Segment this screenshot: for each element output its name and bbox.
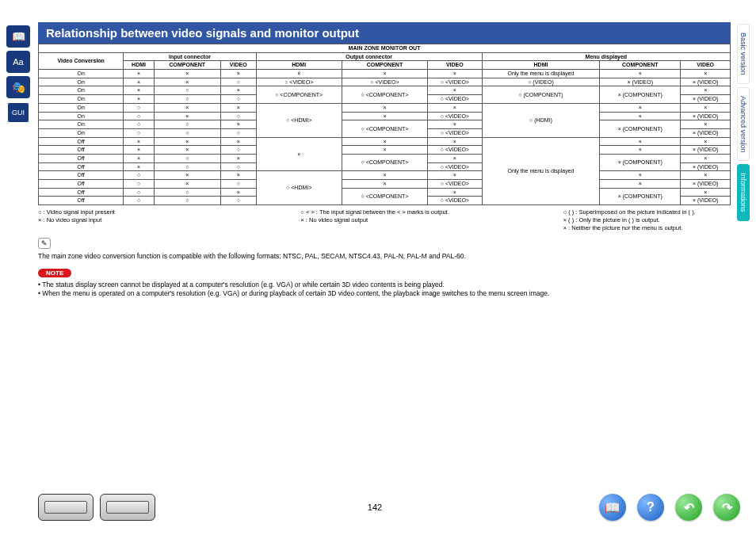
table-row: On○○×○ <COMPONENT>×× (COMPONENT)× bbox=[39, 120, 731, 129]
col-input: Input connector bbox=[124, 52, 256, 61]
notes-block: • The status display screen cannot be di… bbox=[38, 281, 731, 298]
footer-bar: 142 📖 ? ↶ ↷ bbox=[38, 494, 740, 521]
left-nav-rail: 📖 Aa 🎭 GUI bbox=[6, 25, 30, 127]
tab-informations[interactable]: Informations bbox=[737, 164, 750, 221]
remote-button-2[interactable] bbox=[100, 494, 155, 521]
tab-advanced[interactable]: Advanced version bbox=[737, 87, 750, 162]
table-row: On○××○ <HDMI>××○ (HDMI)×× bbox=[39, 103, 731, 112]
remote-button-1[interactable] bbox=[38, 494, 94, 521]
gui-icon[interactable]: GUI bbox=[6, 101, 30, 124]
page-title: Relationship between video signals and m… bbox=[38, 22, 731, 44]
table-row: On××○○ <VIDEO>○ <VIDEO>○ <VIDEO>○ (VIDEO… bbox=[39, 78, 731, 86]
table-row: Off○○×○ <COMPONENT>×× (COMPONENT)× bbox=[39, 188, 731, 197]
table-row: On×○×○ <COMPONENT>○ <COMPONENT>×○ (COMPO… bbox=[39, 86, 731, 95]
legend-text: ○ ( ) : Superimposed on the picture indi… bbox=[563, 208, 731, 216]
table-row: Off××××××Only the menu is displayed×× bbox=[39, 137, 731, 146]
next-page-icon[interactable]: ↷ bbox=[713, 494, 740, 521]
note-line: • The status display screen cannot be di… bbox=[38, 281, 731, 289]
legend-text: × ( ) : Only the picture in ( ) is outpu… bbox=[563, 216, 731, 224]
legend-text: × : Neither the picture nor the menu is … bbox=[563, 224, 731, 232]
signal-table: MAIN ZONE MONITOR OUT Video Conversion I… bbox=[38, 44, 731, 205]
table-row: Off○××○ <HDMI>×××× bbox=[39, 171, 731, 180]
book-nav-icon[interactable]: 📖 bbox=[599, 494, 626, 521]
legend-text: ○ < > : The input signal between the < >… bbox=[300, 208, 468, 216]
compat-text: The main zone video conversion function … bbox=[38, 252, 731, 261]
legend-text: × : No video signal output bbox=[300, 216, 468, 224]
table-row: On××××××Only the menu is displayed×× bbox=[39, 70, 731, 78]
table-top-header: MAIN ZONE MONITOR OUT bbox=[39, 44, 731, 53]
legend-text: ○ : Video signal input present bbox=[38, 208, 205, 216]
col-output: Output connector bbox=[256, 52, 482, 61]
book-icon[interactable]: 📖 bbox=[6, 25, 30, 48]
pencil-icon: ✎ bbox=[38, 238, 51, 249]
table-row: Off×○×○ <COMPONENT>×× (COMPONENT)× bbox=[39, 154, 731, 162]
prev-page-icon[interactable]: ↶ bbox=[675, 494, 702, 521]
table-row: Off××○×○ <VIDEO>×× (VIDEO) bbox=[39, 146, 731, 155]
col-menu: Menu displayed bbox=[482, 52, 730, 61]
help-icon[interactable]: ? bbox=[637, 494, 664, 521]
table-row: Off○×○×○ <VIDEO>×× (VIDEO) bbox=[39, 180, 731, 189]
note-label: NOTE bbox=[38, 269, 71, 277]
page-number: 142 bbox=[162, 503, 588, 512]
legend-text: × : No video signal input bbox=[38, 216, 205, 224]
tab-basic[interactable]: Basic version bbox=[737, 24, 750, 84]
col-videoconversion: Video Conversion bbox=[39, 52, 124, 69]
side-tabs: Basic version Advanced version Informati… bbox=[737, 24, 753, 224]
aa-icon[interactable]: Aa bbox=[6, 51, 30, 73]
table-row: On○×○×○ <VIDEO>×× (VIDEO) bbox=[39, 112, 731, 120]
note-line: • When the menu is operated on a compute… bbox=[38, 289, 731, 298]
legend: ○ : Video signal input present × : No vi… bbox=[38, 208, 731, 231]
mask-icon[interactable]: 🎭 bbox=[6, 76, 30, 98]
page-content: Relationship between video signals and m… bbox=[38, 22, 731, 298]
